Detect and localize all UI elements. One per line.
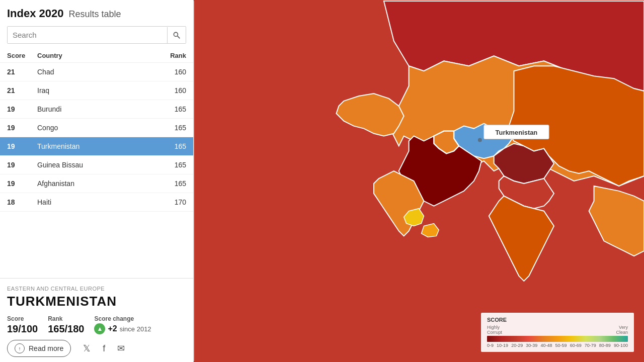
index-title: Index 2020 [7, 7, 64, 20]
table-row[interactable]: 19 Afghanistan 165 [0, 174, 193, 193]
col-rank: Rank [146, 52, 186, 59]
col-score: Score [7, 52, 37, 59]
detail-stats: Score 19/100 Rank 165/180 Score change ▲… [7, 315, 186, 335]
table-row[interactable]: 21 Chad 160 [0, 63, 193, 81]
row-country: Congo [37, 124, 146, 132]
stat-rank: Rank 165/180 [48, 315, 84, 335]
row-rank: 170 [146, 198, 186, 206]
row-score: 19 [7, 161, 37, 169]
rank-value: 165/180 [48, 323, 84, 335]
row-rank: 165 [146, 161, 186, 169]
row-rank: 165 [146, 124, 186, 132]
row-score: 19 [7, 124, 37, 132]
legend-labels: 0-9 10-19 20-29 30-39 40-48 50-59 60-69 … [487, 343, 628, 348]
twitter-icon[interactable]: 𝕏 [83, 343, 91, 354]
row-score: 21 [7, 68, 37, 76]
svg-point-6 [478, 138, 482, 142]
legend-very-clean: VeryClean [616, 325, 628, 335]
search-button[interactable] [167, 27, 186, 43]
row-score: 18 [7, 198, 37, 206]
detail-country-name: Turkmenistan [7, 294, 186, 309]
legend-gradient-bar [487, 336, 628, 342]
rank-label: Rank [48, 315, 84, 322]
svg-text:Turkmenistan: Turkmenistan [496, 129, 538, 136]
map-panel: Turkmenistan SCORE HighlyCorrupt VeryCle… [194, 0, 644, 362]
row-country: Turkmenistan [37, 142, 146, 150]
table-row[interactable]: 19 Turkmenistan 165 [0, 137, 193, 156]
since-text: since 2012 [120, 325, 151, 333]
table-row[interactable]: 18 Haiti 170 [0, 193, 193, 212]
row-country: Guinea Bissau [37, 161, 146, 169]
read-more-label: Read more [29, 344, 63, 352]
email-icon[interactable]: ✉ [117, 343, 125, 354]
score-value: 19/100 [7, 323, 38, 335]
row-score: 19 [7, 105, 37, 113]
legend: SCORE HighlyCorrupt VeryClean 0-9 10-19 … [481, 313, 634, 352]
change-number: +2 [108, 324, 117, 333]
table-header: Score Country Rank [0, 49, 193, 63]
search-box [7, 26, 186, 44]
svg-line-1 [178, 36, 180, 38]
read-more-button[interactable]: ↑ Read more [7, 340, 71, 357]
row-score: 19 [7, 179, 37, 188]
results-subtitle: Results table [69, 9, 121, 20]
search-icon [173, 31, 181, 39]
stat-score-change: Score change ▲ +2 since 2012 [94, 315, 151, 335]
row-rank: 160 [146, 86, 186, 95]
stat-score: Score 19/100 [7, 315, 38, 335]
up-arrow-icon: ▲ [94, 323, 105, 334]
row-country: Haiti [37, 198, 146, 206]
row-rank: 160 [146, 68, 186, 76]
row-rank: 165 [146, 179, 186, 188]
table-body: 21 Chad 160 21 Iraq 160 19 Burundi 165 1… [0, 63, 193, 278]
row-country: Iraq [37, 86, 146, 95]
table-row[interactable]: 21 Iraq 160 [0, 81, 193, 100]
score-label: Score [7, 315, 38, 322]
table-row[interactable]: 19 Guinea Bissau 165 [0, 156, 193, 174]
search-input[interactable] [8, 27, 167, 43]
header: Index 2020 Results table [0, 0, 193, 49]
row-score: 21 [7, 86, 37, 95]
score-change-value: ▲ +2 since 2012 [94, 323, 151, 334]
row-country: Burundi [37, 105, 146, 113]
detail-region: Eastern and Central Europe [7, 286, 186, 292]
detail-section: Eastern and Central Europe Turkmenistan … [0, 278, 193, 362]
facebook-icon[interactable]: f [103, 343, 105, 354]
map-svg: Turkmenistan [194, 0, 644, 362]
col-country: Country [37, 52, 146, 59]
header-title: Index 2020 Results table [7, 7, 186, 20]
row-country: Chad [37, 68, 146, 76]
circle-arrow-icon: ↑ [15, 343, 25, 353]
score-change-label: Score change [94, 315, 151, 322]
table-row[interactable]: 19 Congo 165 [0, 119, 193, 137]
table-row[interactable]: 19 Burundi 165 [0, 100, 193, 119]
row-score: 19 [7, 142, 37, 150]
row-rank: 165 [146, 105, 186, 113]
svg-point-0 [174, 32, 178, 36]
left-panel: Index 2020 Results table Score Country R… [0, 0, 194, 362]
row-country: Afghanistan [37, 179, 146, 188]
legend-highly-corrupt: HighlyCorrupt [487, 325, 502, 335]
legend-title: SCORE [487, 317, 628, 323]
detail-actions: ↑ Read more 𝕏 f ✉ [7, 340, 186, 357]
row-rank: 165 [146, 142, 186, 150]
